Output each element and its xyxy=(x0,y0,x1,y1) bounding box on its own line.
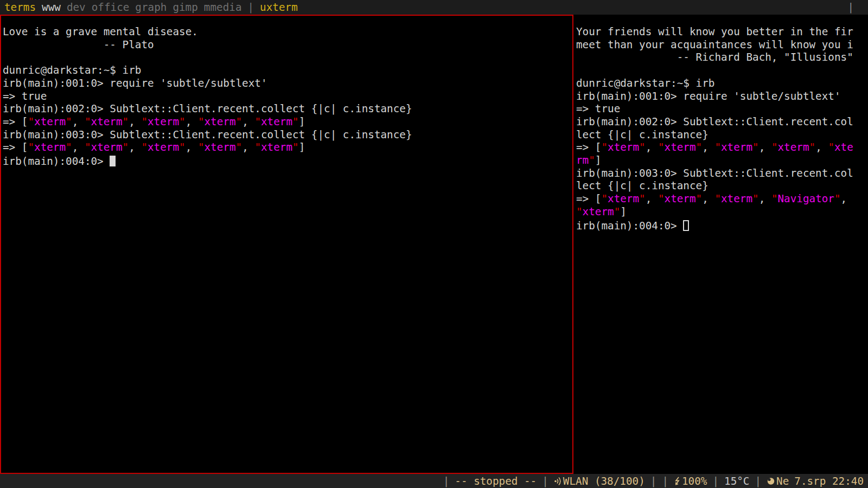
terminal-text: Your friends will know you better in the… xyxy=(576,25,853,38)
terminal-text: meet than your acquaintances will know y… xyxy=(576,38,853,51)
status-text: WLAN (38/100) xyxy=(563,475,645,487)
workspace-tag-office[interactable]: office xyxy=(92,0,130,15)
terminal-text: " xyxy=(589,154,595,166)
status-text: Ne xyxy=(776,475,789,487)
topbar-right-separator: | xyxy=(847,0,854,15)
status-segment: Ne xyxy=(767,475,789,487)
status-segment: 100% xyxy=(674,475,707,487)
status-segment: | xyxy=(542,475,548,487)
terminal-text: , xyxy=(841,192,847,205)
terminal-text: " xyxy=(834,192,841,205)
workspace-tag-terms[interactable]: terms xyxy=(4,0,36,15)
terminal-line: => true xyxy=(576,102,868,115)
terminal-line: => ["xterm", "xterm", "xterm", "xterm", … xyxy=(3,115,572,129)
workspace-tag-gimp[interactable]: gimp xyxy=(173,0,197,15)
terminal-text: " xyxy=(809,141,816,153)
status-text: | xyxy=(650,475,657,487)
terminal-text: => [ xyxy=(576,141,601,153)
terminal-line: irb(main):002:0> Subtlext::Client.recent… xyxy=(3,102,572,115)
terminal-line: lect {|c| c.instance} xyxy=(576,179,868,192)
terminal-text: " xyxy=(236,115,242,128)
terminal-text: xterm xyxy=(778,141,809,153)
moon-icon xyxy=(767,476,775,486)
status-text: | xyxy=(542,475,548,487)
workspace-tag-mmedia[interactable]: mmedia xyxy=(204,0,242,15)
terminal-text: ] xyxy=(299,115,305,128)
terminal-text: irb(main):004:0> xyxy=(576,220,683,232)
terminal-text: " xyxy=(123,115,129,128)
status-segment: | xyxy=(755,475,761,487)
terminal-line: Your friends will know you better in the… xyxy=(576,25,868,38)
terminal-text: xterm xyxy=(608,192,639,205)
terminal-text: -- Plato xyxy=(3,38,154,51)
terminal-text: lect {|c| c.instance} xyxy=(576,129,709,141)
text-cursor xyxy=(110,156,116,166)
status-segment: 15°C xyxy=(724,475,749,487)
terminal-text: xterm xyxy=(665,141,696,153)
terminal-text: xterm xyxy=(91,115,123,128)
tagbar-separator: | xyxy=(248,0,254,15)
terminal-text: " xyxy=(639,192,646,205)
terminal-line: rm"] xyxy=(576,154,868,167)
terminal-text: " xyxy=(85,141,91,153)
status-text: 15°C xyxy=(724,475,749,487)
terminal-text: " xyxy=(123,141,129,153)
terminal-text: " xyxy=(198,141,205,153)
terminal-text: xterm xyxy=(148,115,179,128)
workspace-tag-www[interactable]: www xyxy=(42,0,61,15)
workspace-tag-graph[interactable]: graph xyxy=(135,0,167,15)
workspace-tags: termswwwdevofficegraphgimpmmedia xyxy=(0,0,242,15)
terminal-text: " xyxy=(714,141,721,153)
terminal-text: => true xyxy=(576,102,620,115)
terminal-text: , xyxy=(129,115,141,128)
terminal-text: " xyxy=(658,141,665,153)
terminal-text: " xyxy=(658,192,665,205)
top-bar: termswwwdevofficegraphgimpmmedia | uxter… xyxy=(0,0,868,15)
terminal-line xyxy=(576,64,868,77)
workspace-tag-dev[interactable]: dev xyxy=(67,0,86,15)
terminal-text: => true xyxy=(3,90,47,102)
status-text: | xyxy=(712,475,719,487)
terminal-line: => ["xterm", "xterm", "xterm", "xterm", … xyxy=(3,141,572,154)
terminal-text: " xyxy=(66,141,72,153)
status-bar: |-- stopped --|WLAN (38/100)||100%|15°C|… xyxy=(0,474,868,488)
terminal-text: " xyxy=(179,141,186,153)
terminal-text: xterm xyxy=(91,141,123,153)
terminal-text: ] xyxy=(299,141,305,153)
terminal-text: xterm xyxy=(261,115,292,128)
terminal-line: -- Plato xyxy=(3,38,572,52)
terminal-text: " xyxy=(66,115,72,128)
terminal-left-content: Love is a grave mental disease. -- Plato… xyxy=(1,16,572,168)
terminal-line: irb(main):003:0> Subtlext::Client.recent… xyxy=(576,167,868,180)
terminal-line: lect {|c| c.instance} xyxy=(576,129,868,142)
terminal-text: xterm xyxy=(34,141,66,153)
terminal-text: xterm xyxy=(665,192,696,205)
terminal-text: xterm xyxy=(205,115,236,128)
terminal-text: => [ xyxy=(576,192,601,205)
terminal-text: => [ xyxy=(3,115,28,128)
terminal-text: dunric@darkstar:~$ irb xyxy=(3,64,141,76)
terminal-text: xterm xyxy=(583,206,614,218)
terminal-text: " xyxy=(614,206,621,218)
terminal-text: , xyxy=(815,141,828,153)
terminal-text: xterm xyxy=(721,192,752,205)
terminal-text: " xyxy=(236,141,242,153)
status-text: | xyxy=(443,475,450,487)
terminal-right[interactable]: Your friends will know you better in the… xyxy=(573,15,868,474)
terminal-text: irb(main):002:0> Subtlext::Client.recent… xyxy=(3,102,412,115)
terminal-line xyxy=(3,51,572,64)
status-segment: 7.srp 22:40 xyxy=(794,475,864,487)
terminal-text: Love is a grave mental disease. xyxy=(3,25,198,38)
terminal-line: => true xyxy=(3,90,572,103)
status-text: | xyxy=(662,475,668,487)
terminal-text: Navigator xyxy=(778,192,834,205)
terminal-line: dunric@darkstar:~$ irb xyxy=(576,77,868,90)
terminal-line: Love is a grave mental disease. xyxy=(3,25,572,38)
text-cursor xyxy=(683,220,689,231)
terminal-text: , xyxy=(646,192,658,205)
terminal-right-content: Your friends will know you better in the… xyxy=(573,15,868,232)
terminal-text: xte xyxy=(834,141,853,153)
terminal-text: " xyxy=(601,141,608,153)
terminal-text: , xyxy=(242,115,254,128)
terminal-left[interactable]: Love is a grave mental disease. -- Plato… xyxy=(0,15,573,474)
